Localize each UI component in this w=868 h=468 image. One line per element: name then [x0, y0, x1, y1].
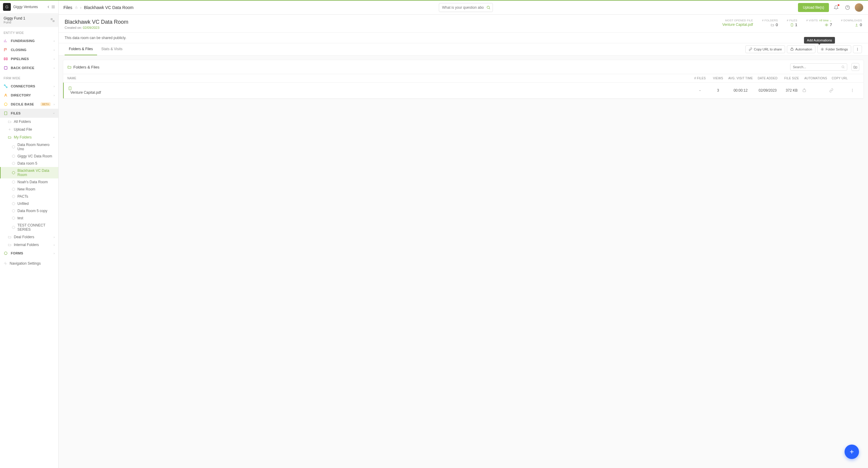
automation-button[interactable]: Automation	[787, 45, 815, 53]
more-actions-button[interactable]	[853, 45, 862, 53]
more-vertical-icon[interactable]	[850, 88, 859, 93]
search-icon[interactable]	[486, 5, 491, 10]
breadcrumb: Files › Blackhawk VC Data Room	[63, 5, 133, 10]
tabs-actions: Add Automations Copy URL to share Automa…	[745, 45, 862, 53]
panel-search-input[interactable]	[790, 63, 847, 71]
circle-icon	[12, 145, 15, 148]
topbar: Files › Blackhawk VC Data Room Upload fi…	[59, 1, 868, 15]
breadcrumb-current: Blackhawk VC Data Room	[84, 5, 133, 10]
sub-deal-folders[interactable]: Deal Folders ›	[0, 233, 58, 241]
swap-icon[interactable]	[51, 18, 55, 22]
folder-item[interactable]: test	[0, 214, 58, 222]
nav-connectors[interactable]: CONNECTORS ›	[0, 82, 58, 91]
search-input[interactable]	[439, 3, 493, 12]
folder-name: PACTs	[18, 194, 28, 199]
files-table: NAME # FILES VIEWS AVG. VISIT TIME DATE …	[63, 74, 864, 99]
panel-title: Folders & Files	[67, 65, 788, 69]
nav-pipelines[interactable]: PIPELINES ›	[0, 54, 58, 63]
directory-icon	[4, 93, 8, 97]
folder-item[interactable]: New Room	[0, 186, 58, 193]
period-dropdown[interactable]: All time ⌄	[819, 19, 832, 22]
svg-rect-26	[791, 49, 793, 51]
col-copy[interactable]: COPY URL	[829, 77, 850, 80]
folder-name: test	[18, 216, 23, 220]
svg-rect-24	[791, 24, 793, 26]
chevron-right-icon: ›	[54, 252, 55, 255]
tab-stats-visits[interactable]: Stats & Visits	[97, 43, 127, 55]
folder-settings-button[interactable]: Folder Settings	[817, 45, 851, 53]
svg-rect-4	[53, 21, 54, 22]
brand-name: Giggy Ventures	[13, 5, 44, 9]
folder-icon	[8, 235, 11, 239]
sub-upload-file[interactable]: Upload File	[0, 126, 58, 133]
nav-forms[interactable]: FORMS ›	[0, 249, 58, 258]
flag-icon	[4, 48, 8, 52]
folder-item[interactable]: Blackhawk VC Data Room	[0, 167, 58, 178]
most-opened-link[interactable]: Venture Capital.pdf	[722, 23, 753, 27]
user-avatar[interactable]	[855, 3, 863, 12]
plus-icon: +	[850, 447, 854, 456]
help-button[interactable]	[843, 3, 852, 12]
circle-icon	[12, 216, 15, 220]
circle-icon	[12, 155, 15, 158]
notifications-button[interactable]	[832, 3, 840, 12]
table-row[interactable]: Venture Capital.pdf-300:00:1202/09/20233…	[63, 82, 864, 99]
fab-button[interactable]: +	[844, 444, 859, 459]
sidebar-collapse-icon[interactable]	[46, 5, 55, 9]
nav-back-office[interactable]: BACK OFFICE ›	[0, 63, 58, 72]
folder-name: Blackhawk VC Data Room	[18, 169, 55, 177]
nav-label: CLOSING	[11, 48, 51, 52]
chevron-right-icon: ›	[54, 48, 55, 52]
svg-rect-8	[4, 58, 5, 60]
nav-decile-base[interactable]: DECILE BASE BETA ›	[0, 100, 58, 109]
nav-files[interactable]: FILES ›	[0, 109, 58, 118]
database-icon	[4, 102, 8, 106]
col-avg[interactable]: AVG. VISIT TIME	[727, 77, 754, 80]
nav-fundraising[interactable]: FUNDRAISING ›	[0, 36, 58, 45]
col-files[interactable]: # FILES	[691, 77, 709, 80]
section-entity-wide: ENTITY WIDE	[0, 27, 58, 36]
folder-item[interactable]: Unfiled	[0, 200, 58, 207]
nav-label: FUNDRAISING	[11, 39, 51, 43]
files-icon	[4, 111, 8, 115]
share-note: This data room can be shared publicly.	[59, 33, 868, 43]
search-icon[interactable]	[841, 65, 845, 69]
upload-button[interactable]: Upload file(s)	[798, 3, 829, 12]
copy-url-button[interactable]: Copy URL to share	[745, 45, 785, 53]
cell-views: 3	[709, 88, 727, 93]
sidebar: G Giggy Ventures Giggy Fund 1 Fund ENTIT…	[0, 1, 59, 468]
sub-label: Internal Folders	[14, 243, 39, 247]
folder-item[interactable]: Data Room 5 copy	[0, 207, 58, 214]
folder-item[interactable]: Giggy VC Data Room	[0, 153, 58, 160]
circle-icon	[12, 180, 15, 183]
folder-item[interactable]: Data Room Numero Uno	[0, 141, 58, 153]
folder-item[interactable]: Noah's Data Room	[0, 178, 58, 186]
breadcrumb-root[interactable]: Files	[63, 5, 72, 10]
panel-header: Folders & Files	[63, 60, 864, 74]
circle-icon	[12, 209, 15, 212]
fund-selector[interactable]: Giggy Fund 1 Fund	[0, 13, 58, 27]
col-name[interactable]: NAME	[67, 77, 691, 80]
nav-settings[interactable]: Navigation Settings	[0, 260, 58, 267]
nav-closing[interactable]: CLOSING ›	[0, 45, 58, 54]
nav-label: BACK OFFICE	[11, 66, 51, 70]
automation-icon[interactable]	[802, 88, 829, 93]
col-date[interactable]: DATE ADDED	[754, 77, 781, 80]
col-auto[interactable]: AUTOMATIONS	[802, 77, 829, 80]
tab-folders-files[interactable]: Folders & Files	[65, 43, 97, 55]
sub-label: Deal Folders	[14, 235, 34, 239]
svg-point-39	[852, 91, 853, 92]
chevron-right-icon: ›	[54, 243, 55, 246]
col-views[interactable]: VIEWS	[709, 77, 727, 80]
nav-directory[interactable]: DIRECTORY ›	[0, 91, 58, 100]
link-icon[interactable]	[829, 88, 850, 93]
new-folder-button[interactable]	[851, 63, 859, 71]
folder-item[interactable]: Data room 5	[0, 160, 58, 167]
sub-my-folders[interactable]: My Folders ›	[0, 133, 58, 141]
svg-point-19	[5, 263, 6, 264]
sub-internal-folders[interactable]: Internal Folders ›	[0, 241, 58, 249]
sub-all-folders[interactable]: All Folders	[0, 118, 58, 126]
col-size[interactable]: FILE SIZE	[781, 77, 802, 80]
folder-item[interactable]: TEST CONNECT SERIES	[0, 222, 58, 233]
folder-item[interactable]: PACTs	[0, 193, 58, 200]
